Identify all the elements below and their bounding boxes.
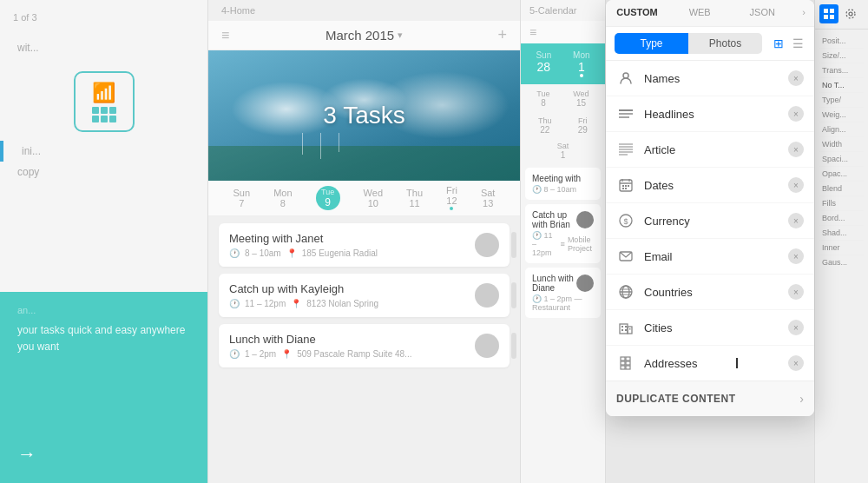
headlines-icon [616, 104, 635, 123]
currency-icon: $ [616, 211, 635, 230]
right-panel-label: No T... [819, 78, 864, 93]
cursor-indicator [736, 358, 738, 368]
chevron-right-icon: › [799, 392, 804, 406]
tab-json[interactable]: JSON [731, 0, 793, 26]
svg-rect-37 [621, 366, 625, 369]
svg-rect-31 [625, 329, 627, 331]
clock-icon: 🕐 [229, 299, 240, 308]
wifi-device-icon: 📶 [74, 71, 135, 132]
subtabs-row: Type Photos ⊞ ☰ [606, 27, 814, 61]
cities-label: Cities [644, 321, 788, 334]
close-icon[interactable]: × [788, 177, 804, 193]
close-icon[interactable]: × [788, 284, 804, 300]
dropdown-tabs: CUSTOM WEB JSON › [606, 0, 814, 27]
addresses-label: Addresses [644, 357, 788, 370]
menu-item-countries[interactable]: Countries × [606, 275, 814, 310]
subtab-photos[interactable]: Photos [688, 33, 762, 54]
svg-rect-42 [830, 15, 834, 19]
subtab-type[interactable]: Type [615, 33, 688, 54]
arrow-right-icon[interactable]: → [17, 443, 36, 466]
mini-week-row: Sun7 Mon8 Tue 9 Wed10 Thu11 Fri12 Sat13 [208, 181, 520, 216]
svg-rect-16 [622, 188, 624, 189]
panel1-bottom-text: your tasks quick and easy anywhere you w… [17, 322, 190, 355]
names-label: Names [644, 72, 788, 85]
calendar-month-title: March 2015 [326, 28, 394, 43]
panel-label-3: 5-Calendar [521, 0, 605, 21]
close-icon[interactable]: × [788, 106, 804, 122]
headlines-label: Headlines [644, 108, 788, 121]
article-icon [616, 140, 635, 159]
panel-label-1: 1 of 3 [0, 0, 207, 33]
panel1-text1: wit... [0, 33, 207, 63]
avatar [475, 233, 499, 257]
hamburger-icon-2[interactable]: ≡ [529, 25, 536, 39]
slider-handle[interactable] [511, 282, 516, 308]
week-row-3: Sat1 [521, 138, 605, 163]
calendar-hero-image: 3 Tasks [208, 50, 520, 181]
menu-item-email[interactable]: Email × [606, 239, 814, 275]
menu-item-currency[interactable]: $ Currency × [606, 203, 814, 239]
dates-icon [616, 175, 635, 195]
grid-view-icon[interactable]: ⊞ [771, 36, 786, 51]
right-panel-top-tabs [815, 0, 868, 30]
menu-item-names[interactable]: Names × [606, 61, 814, 96]
add-event-button[interactable]: + [497, 26, 507, 44]
menu-item-headlines[interactable]: Headlines × [606, 96, 814, 132]
properties-icon-active[interactable] [819, 4, 838, 23]
slider-handle[interactable] [511, 333, 516, 359]
avatar [475, 334, 499, 358]
svg-text:$: $ [623, 217, 628, 226]
svg-rect-27 [628, 327, 632, 334]
duplicate-content-label: DUPLICATE CONTENT [616, 393, 799, 405]
duplicate-content-button[interactable]: DUPLICATE CONTENT › [606, 381, 814, 416]
location-pin-icon [616, 354, 635, 373]
panel-1-of-3: 1 of 3 wit... 📶 ini... copy an... your t… [0, 0, 208, 483]
svg-rect-33 [621, 357, 625, 361]
svg-rect-26 [620, 324, 628, 334]
cal-event-item: Catch up with Brian 🕐 11 – 12pm ≡ Mobile… [525, 204, 601, 263]
svg-point-43 [849, 12, 852, 16]
tab-custom[interactable]: CUSTOM [606, 0, 668, 26]
chevron-down-icon[interactable]: ▾ [398, 30, 403, 41]
close-icon[interactable]: × [788, 320, 804, 335]
week-row: Tue8 Wed15 [521, 84, 605, 113]
svg-rect-36 [626, 361, 630, 365]
cal-event-item: Meeting with 🕐 8 – 10am [525, 168, 601, 200]
currency-label: Currency [644, 215, 788, 228]
menu-item-article[interactable]: Article × [606, 132, 814, 168]
svg-rect-38 [626, 366, 630, 369]
settings-icon[interactable] [841, 4, 860, 23]
hamburger-icon[interactable]: ≡ [221, 28, 229, 43]
svg-rect-29 [625, 326, 627, 328]
menu-item-addresses[interactable]: Addresses × [606, 346, 814, 381]
svg-rect-15 [628, 185, 629, 187]
location-icon: 📍 [281, 349, 292, 359]
slider-handle[interactable] [511, 232, 516, 258]
globe-icon [616, 282, 635, 301]
list-view-icon[interactable]: ☰ [790, 36, 806, 51]
email-label: Email [644, 250, 788, 263]
svg-rect-30 [621, 329, 623, 331]
cal-event-item: Lunch with Diane 🕐 1 – 2pm — Restaurant [525, 268, 601, 318]
avatar [475, 283, 499, 308]
svg-rect-14 [625, 185, 627, 187]
tab-web[interactable]: WEB [668, 0, 731, 26]
location-icon: 📍 [291, 299, 301, 308]
close-icon[interactable]: × [788, 248, 804, 264]
svg-rect-13 [622, 185, 624, 187]
menu-item-dates[interactable]: Dates × [606, 168, 814, 203]
close-icon[interactable]: × [788, 142, 804, 157]
menu-item-cities[interactable]: Cities × [606, 310, 814, 346]
close-icon[interactable]: × [788, 355, 804, 371]
location-icon: 📍 [286, 248, 297, 258]
email-icon [616, 247, 635, 266]
tab-arrow[interactable]: › [793, 0, 814, 26]
event-list: Meeting with Janet 🕐 8 – 10am 📍 185 Euge… [208, 216, 520, 381]
svg-rect-32 [629, 328, 631, 330]
svg-rect-35 [621, 361, 625, 365]
close-icon[interactable]: × [788, 213, 804, 228]
article-label: Article [644, 143, 788, 156]
close-icon[interactable]: × [788, 70, 804, 86]
svg-rect-39 [824, 9, 828, 13]
svg-rect-40 [830, 9, 834, 13]
